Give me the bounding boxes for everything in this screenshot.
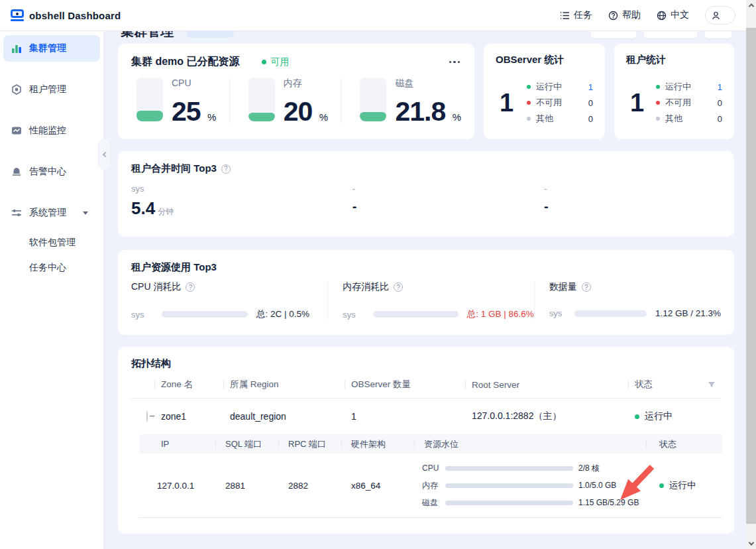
collapse-row-icon[interactable]: [146, 410, 148, 422]
status-dot: [656, 85, 660, 89]
server-status: 运行中: [659, 479, 722, 491]
question-circle-icon[interactable]: ?: [394, 282, 403, 292]
gauge-unit: %: [319, 111, 328, 123]
tenant-total: 1: [630, 89, 644, 117]
memory-gauge-bar: [248, 78, 275, 121]
main-content: 集群管理 集群 demo 已分配资源 可用: [104, 31, 746, 549]
legend-value[interactable]: 1: [718, 82, 722, 92]
sidebar-item-tenant-management[interactable]: 租户管理: [3, 76, 100, 103]
rpc-port-cell: 2882: [278, 481, 341, 491]
tenant-stats-card: 租户统计 1 运行中 1 不可用 0: [614, 44, 734, 139]
sliders-icon: [11, 208, 22, 218]
resource-bar: [445, 483, 573, 488]
metric-tenant: sys: [131, 310, 162, 320]
architecture-cell: x86_64: [341, 481, 414, 491]
legend-row-other: 其他 0: [656, 113, 722, 125]
obshell-logo-icon: [11, 9, 24, 21]
sidebar-item-label: 集群管理: [29, 42, 66, 54]
chevron-left-icon: [102, 152, 107, 157]
gauge-label: 内存: [284, 78, 328, 90]
gauge-value: 21.8: [395, 96, 445, 127]
brand[interactable]: obshell Dashboard: [11, 9, 121, 21]
filter-icon[interactable]: [708, 381, 716, 389]
status-dot: [527, 117, 531, 121]
column-observer-count: OBServer 数量: [345, 379, 465, 391]
observer-card-title: OBServer 统计: [496, 54, 593, 66]
sidebar-item-performance-monitor[interactable]: 性能监控: [3, 117, 100, 144]
topology-card: 拓扑结构 Zone 名 所属 Region OBServer 数量 Root S…: [118, 347, 734, 534]
legend-label: 运行中: [665, 81, 691, 93]
legend-row-running: 运行中 1: [527, 81, 593, 93]
merge-value: -: [544, 200, 549, 213]
clipped-toolbar-button[interactable]: [590, 31, 637, 39]
tenant-gear-icon: [11, 84, 22, 95]
bell-icon: [11, 166, 22, 177]
observer-total: 1: [500, 89, 513, 117]
merge-tenant-name: sys: [131, 184, 352, 194]
cpu-usage-metric: CPU 消耗比 ? sys 总: 2C | 0.5%: [131, 281, 327, 320]
gauge-unit: %: [207, 111, 216, 123]
question-circle-icon[interactable]: ?: [186, 282, 195, 292]
column-root-server: Root Server: [465, 380, 628, 390]
status-dot: [656, 101, 660, 105]
user-avatar[interactable]: [705, 6, 735, 25]
legend-value: 0: [588, 98, 593, 108]
scrollbar-up-arrow[interactable]: [746, 0, 756, 11]
memory-gauge: 内存 20 %: [229, 78, 341, 124]
resource-value: 1.15 GB/5.29 GB: [578, 498, 639, 507]
legend-value: 0: [718, 98, 722, 108]
sidebar-item-task-center[interactable]: 任务中心: [3, 255, 100, 280]
status-dot: [527, 101, 531, 105]
more-icon[interactable]: [448, 58, 462, 66]
usage-card-title: 租户资源使用 Top3: [131, 261, 721, 274]
legend-value[interactable]: 1: [588, 82, 593, 92]
tenant-card-title: 租户统计: [626, 54, 722, 66]
window-scrollbar[interactable]: [746, 0, 756, 549]
merge-unit: 分钟: [158, 206, 174, 217]
resource-usage-cell: CPU 2/8 核 内存 1.0/5.0 GB 磁盘 1.15 G: [414, 463, 646, 509]
resource-label: CPU: [422, 463, 445, 473]
scrollbar-thumb[interactable]: [746, 28, 756, 524]
cluster-status-label: 可用: [271, 56, 290, 68]
sidebar-item-alert-center[interactable]: 告警中心: [3, 158, 100, 185]
sidebar-item-cluster-management[interactable]: 集群管理: [3, 35, 100, 62]
gauge-value: 25: [172, 96, 201, 127]
legend-row-other: 其他 0: [527, 113, 593, 125]
legend-label: 其他: [536, 113, 553, 125]
gauge-label: CPU: [172, 78, 216, 88]
gauge-value: 20: [284, 96, 313, 127]
resource-value: 2/8 核: [578, 463, 600, 474]
clipped-toolbar-button[interactable]: [643, 31, 698, 39]
metric-value: 总: 2C | 0.5%: [256, 308, 309, 320]
server-table-header: IP SQL 端口 RPC 端口 硬件架构 资源水位 状态: [139, 434, 722, 454]
resource-label: 内存: [422, 480, 445, 491]
resource-label: 磁盘: [422, 497, 445, 509]
zone-status: 运行中: [635, 410, 673, 422]
legend-value: 0: [588, 114, 593, 124]
nav-language[interactable]: 中文: [657, 9, 689, 21]
top-header: obshell Dashboard 任务 帮助 中文: [0, 0, 746, 31]
merge-item: - -: [352, 184, 544, 217]
memory-resource-line: 内存 1.0/5.0 GB: [422, 480, 646, 491]
sidebar-item-system-management[interactable]: 系统管理: [3, 200, 100, 226]
clipped-toolbar-button[interactable]: [704, 31, 733, 39]
sidebar-item-package-management[interactable]: 软件包管理: [3, 230, 100, 255]
question-circle-icon[interactable]: ?: [221, 164, 231, 174]
scrollbar-down-arrow[interactable]: [746, 538, 756, 549]
nav-help[interactable]: 帮助: [608, 9, 641, 21]
cpu-gauge-bar: [136, 78, 163, 121]
help-icon: [608, 11, 618, 21]
sidebar-item-label: 性能监控: [29, 125, 66, 137]
merge-item: sys 5.4 分钟: [131, 184, 352, 217]
question-circle-icon[interactable]: ?: [582, 282, 591, 292]
column-status: 状态: [646, 438, 722, 450]
task-list-icon: [560, 11, 570, 21]
merge-value: 5.4: [131, 200, 155, 217]
column-zone-name: Zone 名: [154, 379, 223, 391]
sidebar-collapse-handle[interactable]: [98, 139, 111, 170]
merge-card-title: 租户合并时间 Top3: [131, 162, 217, 175]
column-status: 状态: [635, 379, 653, 391]
resource-usage-card: 租户资源使用 Top3 CPU 消耗比 ? sys 总: 2C | 0.5%: [118, 250, 734, 335]
nav-tasks[interactable]: 任务: [560, 9, 592, 21]
legend-label: 运行中: [536, 81, 562, 93]
